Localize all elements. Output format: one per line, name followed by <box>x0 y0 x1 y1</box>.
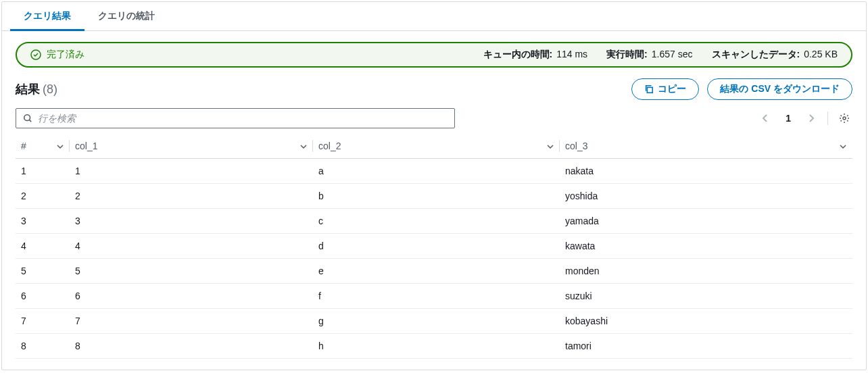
table-cell: suzuki <box>560 284 852 309</box>
filter-icon[interactable] <box>546 142 554 150</box>
table-cell: monden <box>560 259 852 284</box>
tab-query-results[interactable]: クエリ結果 <box>10 2 85 30</box>
filter-icon[interactable] <box>839 142 847 150</box>
page-prev-button[interactable] <box>757 110 773 126</box>
chevron-right-icon <box>808 114 815 123</box>
table-cell: 3 <box>16 209 70 234</box>
table-cell: 2 <box>16 184 70 209</box>
table-row: 55emonden <box>16 259 852 284</box>
table-cell: g <box>313 309 560 334</box>
table-cell: f <box>313 284 560 309</box>
table-row: 88htamori <box>16 334 852 359</box>
table-cell: kawata <box>560 234 852 259</box>
results-title: 結果 (8) <box>16 81 57 97</box>
copy-icon <box>644 84 654 94</box>
table-cell: 6 <box>16 284 70 309</box>
gear-icon <box>839 113 850 124</box>
table-row: 33cyamada <box>16 209 852 234</box>
table-cell: 7 <box>16 309 70 334</box>
stat-queue-time: キュー内の時間: 114 ms <box>483 49 588 61</box>
table-cell: yamada <box>560 209 852 234</box>
stat-run-time: 実行時間: 1.657 sec <box>606 49 692 61</box>
table-cell: a <box>313 159 560 184</box>
search-input[interactable] <box>38 113 448 124</box>
copy-button[interactable]: コピー <box>631 78 699 100</box>
table-cell: nakata <box>560 159 852 184</box>
table-cell: 6 <box>70 284 313 309</box>
svg-point-3 <box>843 117 846 120</box>
table-cell: d <box>313 234 560 259</box>
divider <box>827 111 828 125</box>
table-row: 11anakata <box>16 159 852 184</box>
page-number: 1 <box>779 110 798 126</box>
table-cell: 3 <box>70 209 313 234</box>
table-cell: kobayashi <box>560 309 852 334</box>
tabs-bar: クエリ結果 クエリの統計 <box>2 2 866 31</box>
svg-point-2 <box>24 115 30 121</box>
table-cell: 5 <box>70 259 313 284</box>
search-box[interactable] <box>16 108 455 128</box>
table-cell: 1 <box>16 159 70 184</box>
download-csv-button[interactable]: 結果の CSV をダウンロード <box>707 78 852 100</box>
status-bar: 完了済み キュー内の時間: 114 ms 実行時間: 1.657 sec スキャ… <box>16 42 852 68</box>
page-next-button[interactable] <box>803 110 819 126</box>
table-cell: 4 <box>70 234 313 259</box>
table-row: 44dkawata <box>16 234 852 259</box>
table-cell: 1 <box>70 159 313 184</box>
results-count: (8) <box>43 82 57 97</box>
success-check-icon <box>30 49 41 60</box>
table-cell: 8 <box>16 334 70 359</box>
column-header-col1[interactable]: col_1 <box>70 134 313 159</box>
table-row: 66fsuzuki <box>16 284 852 309</box>
table-row: 77gkobayashi <box>16 309 852 334</box>
pagination: 1 <box>757 110 852 126</box>
chevron-left-icon <box>762 114 769 123</box>
table-cell: 7 <box>70 309 313 334</box>
table-cell: tamori <box>560 334 852 359</box>
table-cell: 8 <box>70 334 313 359</box>
table-cell: 2 <box>70 184 313 209</box>
stat-data-scanned: スキャンしたデータ: 0.25 KB <box>712 49 838 61</box>
filter-icon[interactable] <box>299 142 308 150</box>
status-text: 完了済み <box>47 49 85 61</box>
table-row: 22byoshida <box>16 184 852 209</box>
search-icon <box>23 114 32 123</box>
filter-icon[interactable] <box>56 142 64 150</box>
column-header-rownum[interactable]: # <box>16 134 70 159</box>
table-cell: 5 <box>16 259 70 284</box>
table-cell: 4 <box>16 234 70 259</box>
table-cell: yoshida <box>560 184 852 209</box>
settings-button[interactable] <box>836 110 852 126</box>
table-cell: e <box>313 259 560 284</box>
results-table: # col_1 <box>16 134 852 359</box>
table-cell: h <box>313 334 560 359</box>
table-cell: c <box>313 209 560 234</box>
column-header-col3[interactable]: col_3 <box>560 134 852 159</box>
table-cell: b <box>313 184 560 209</box>
svg-rect-1 <box>648 87 653 93</box>
tab-query-statistics[interactable]: クエリの統計 <box>85 2 168 30</box>
column-header-col2[interactable]: col_2 <box>313 134 560 159</box>
